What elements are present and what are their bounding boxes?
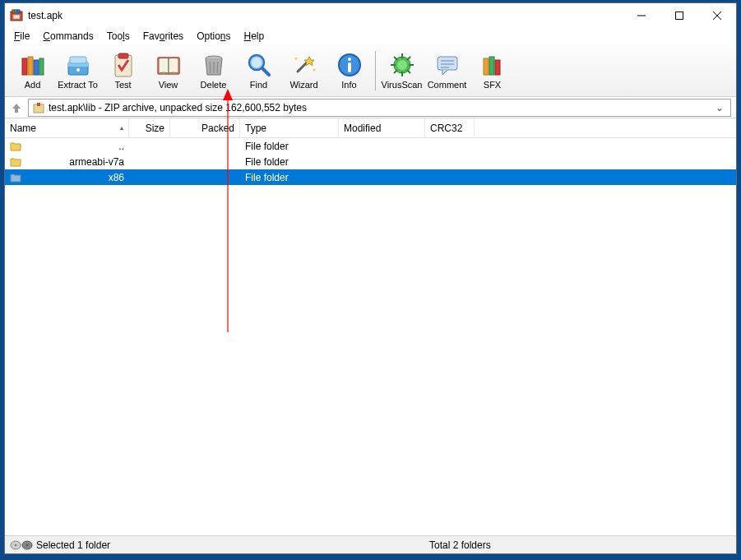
col-name[interactable]: Name ▴	[5, 118, 129, 137]
menu-file[interactable]: File	[8, 29, 35, 44]
svg-point-53	[15, 544, 17, 545]
cell-name: x86	[5, 172, 129, 183]
clipboard-check-icon	[110, 52, 137, 78]
test-button[interactable]: Test	[100, 46, 146, 95]
folder-icon	[10, 173, 21, 183]
svg-point-31	[348, 58, 351, 61]
menu-favorites[interactable]: Favorites	[137, 29, 189, 44]
svg-rect-6	[676, 12, 683, 20]
minimize-button[interactable]	[623, 3, 660, 28]
svg-point-25	[252, 58, 262, 67]
add-label: Add	[25, 80, 41, 90]
titlebar: test.apk	[5, 3, 736, 28]
maximize-button[interactable]	[660, 3, 698, 28]
cell-type: File folder	[240, 141, 339, 152]
toolbar: Add Extract To Test	[5, 44, 736, 97]
status-right: Total 2 folders	[424, 539, 496, 551]
virusscan-label: VirusScan	[382, 80, 423, 90]
svg-point-55	[26, 544, 29, 545]
folder-icon	[10, 141, 21, 151]
status-left: Selected 1 folder	[5, 539, 424, 551]
info-icon	[336, 52, 363, 78]
status-selected: Selected 1 folder	[36, 539, 110, 551]
virusscan-button[interactable]: VirusScan	[379, 46, 424, 95]
svg-rect-3	[17, 10, 20, 13]
view-button[interactable]: View	[146, 46, 191, 95]
book-open-icon	[155, 52, 182, 78]
toolbar-separator	[375, 51, 376, 90]
svg-rect-10	[28, 57, 33, 75]
delete-label: Delete	[201, 80, 227, 90]
svg-line-42	[394, 70, 397, 73]
chevron-down-icon[interactable]: ⌄	[712, 102, 727, 113]
comment-label: Comment	[428, 80, 467, 90]
virus-icon	[389, 52, 415, 78]
find-label: Find	[250, 80, 267, 90]
svg-rect-51	[37, 103, 40, 106]
cell-type: File folder	[240, 156, 339, 168]
sfx-label: SFX	[484, 80, 501, 90]
info-label: Info	[341, 80, 356, 90]
col-crc32[interactable]: CRC32	[425, 118, 475, 137]
close-button[interactable]	[698, 3, 736, 28]
status-total: Total 2 folders	[429, 539, 491, 551]
comment-icon	[434, 52, 461, 78]
delete-button[interactable]: Delete	[191, 46, 236, 95]
menubar: File Commands Tools Favorites Options He…	[5, 28, 736, 44]
svg-point-28	[294, 57, 297, 59]
list-item[interactable]: x86File folder	[5, 169, 736, 185]
menu-options[interactable]: Options	[191, 29, 236, 44]
disk-icon	[10, 540, 33, 550]
add-button[interactable]: Add	[10, 46, 55, 95]
view-label: View	[159, 80, 178, 90]
winrar-window: test.apk File Commands Tools Favorites O…	[4, 2, 737, 554]
window-controls	[623, 3, 736, 28]
statusbar: Selected 1 folder Total 2 folders	[5, 535, 736, 553]
extract-label: Extract To	[58, 80, 98, 90]
test-label: Test	[114, 80, 131, 90]
comment-button[interactable]: Comment	[424, 46, 470, 95]
sfx-button[interactable]: SFX	[470, 46, 515, 95]
svg-rect-12	[39, 58, 44, 75]
magnifier-icon	[246, 52, 272, 78]
cell-name: ..	[5, 141, 129, 152]
col-type[interactable]: Type	[240, 118, 339, 137]
svg-rect-49	[495, 60, 500, 75]
path-field[interactable]: test.apk\lib - ZIP archive, unpacked siz…	[28, 99, 731, 117]
svg-line-41	[407, 57, 410, 60]
svg-rect-11	[34, 60, 39, 75]
wizard-button[interactable]: Wizard	[281, 46, 327, 95]
pathbar: test.apk\lib - ZIP archive, unpacked siz…	[5, 97, 736, 118]
col-size[interactable]: Size	[129, 118, 170, 137]
svg-line-39	[394, 57, 397, 60]
cell-type: File folder	[240, 172, 339, 183]
wand-icon	[291, 52, 317, 78]
menu-help[interactable]: Help	[239, 29, 271, 44]
col-packed[interactable]: Packed	[170, 118, 240, 137]
rows-container: ..File folderarmeabi-v7aFile folderx86Fi…	[5, 138, 736, 185]
menu-tools[interactable]: Tools	[101, 29, 136, 44]
extract-button[interactable]: Extract To	[55, 46, 100, 95]
svg-point-34	[397, 60, 407, 70]
svg-rect-32	[348, 62, 351, 72]
menu-commands[interactable]: Commands	[37, 29, 99, 44]
svg-rect-15	[70, 57, 86, 63]
up-arrow-icon[interactable]	[10, 101, 23, 114]
list-item[interactable]: armeabi-v7aFile folder	[5, 154, 736, 169]
svg-line-26	[262, 68, 269, 75]
sfx-books-icon	[479, 52, 506, 78]
folder-icon	[10, 157, 21, 167]
app-icon	[10, 9, 23, 22]
svg-rect-9	[22, 58, 27, 75]
svg-point-16	[76, 68, 80, 72]
svg-rect-43	[438, 57, 457, 70]
books-icon	[20, 52, 46, 78]
svg-rect-18	[118, 53, 128, 58]
info-button[interactable]: Info	[327, 46, 372, 95]
find-button[interactable]: Find	[236, 46, 281, 95]
list-item[interactable]: ..File folder	[5, 138, 736, 154]
svg-rect-4	[13, 15, 20, 19]
svg-rect-48	[489, 57, 494, 75]
window-title: test.apk	[28, 10, 623, 21]
col-modified[interactable]: Modified	[339, 118, 425, 137]
